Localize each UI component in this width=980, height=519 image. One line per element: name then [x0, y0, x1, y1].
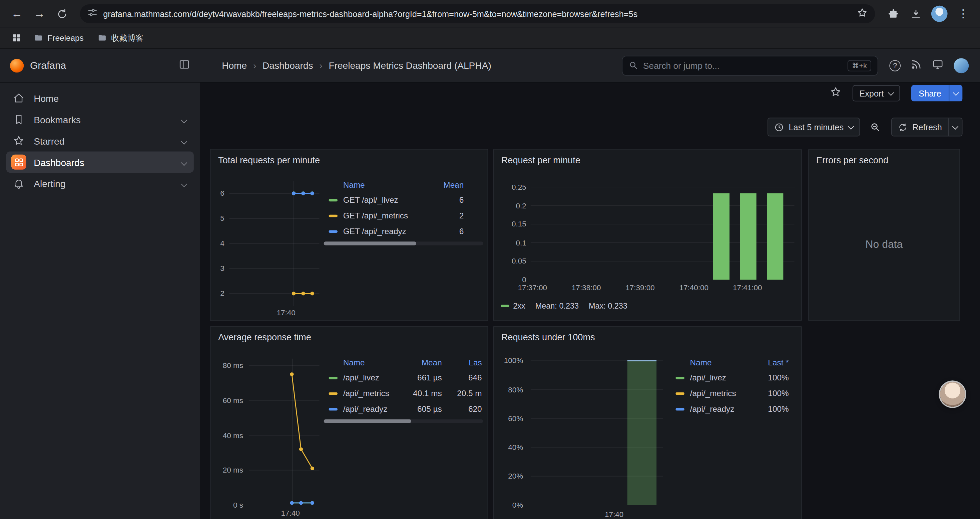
downloads-icon[interactable]	[905, 3, 926, 24]
series-name[interactable]: GET /api/_livez	[343, 195, 426, 205]
zoom-out-time-icon[interactable]	[866, 118, 885, 136]
series-name[interactable]: /api/_livez	[690, 373, 745, 382]
series-swatch[interactable]	[329, 392, 337, 394]
series-swatch[interactable]	[676, 392, 684, 394]
sidebar-item-dashboards[interactable]: Dashboards	[6, 151, 194, 172]
panel-title[interactable]: Request per minute	[501, 155, 581, 165]
y-tick-label: 6	[220, 189, 224, 198]
sidebar-item-alerting[interactable]: Alerting	[6, 172, 194, 194]
legend-scrollbar[interactable]	[324, 241, 483, 245]
series-swatch[interactable]	[329, 199, 337, 201]
series-name[interactable]: /api/_readyz	[343, 404, 405, 414]
site-settings-icon[interactable]	[88, 7, 97, 20]
legend-header[interactable]: Mean	[404, 358, 442, 367]
y-axis: 0.250.20.150.10.050	[499, 181, 527, 280]
series-name[interactable]: /api/_livez	[343, 373, 405, 382]
legend-value: 20.5 m	[442, 389, 482, 398]
reload-icon[interactable]	[51, 3, 73, 24]
legend-header-name[interactable]: Name	[324, 358, 405, 367]
series-swatch[interactable]	[501, 305, 509, 307]
legend-header[interactable]: Last *	[745, 358, 789, 367]
legend-value: 40.1 ms	[404, 389, 442, 398]
bookmark-star-icon[interactable]	[857, 7, 868, 21]
time-range-picker[interactable]: Last 5 minutes	[767, 118, 860, 136]
y-tick-label: 0%	[512, 501, 523, 509]
dashboard-content: Export Share Last 5 minutes Refresh	[200, 83, 980, 519]
chevron-down-icon[interactable]	[182, 136, 189, 146]
chart-requests-under-100ms[interactable]	[531, 359, 663, 505]
dashboards-grid-icon	[11, 155, 26, 170]
chevron-down-icon[interactable]	[182, 114, 189, 125]
series-swatch[interactable]	[329, 214, 337, 217]
search-input[interactable]: Search or jump to... ⌘+k	[622, 56, 878, 75]
series-name[interactable]: /api/_metrics	[690, 389, 745, 398]
browser-menu-icon[interactable]: ⋮	[953, 3, 974, 24]
chevron-down-icon[interactable]	[182, 156, 189, 167]
refresh-button[interactable]: Refresh	[891, 118, 963, 136]
browser-profile-avatar[interactable]	[931, 6, 948, 22]
bookmark-label: Freeleaps	[48, 33, 83, 42]
favorite-star-icon[interactable]	[830, 86, 841, 100]
refresh-interval-dropdown[interactable]	[948, 118, 962, 136]
chart-total-requests[interactable]	[229, 181, 320, 306]
series-name[interactable]: /api/_readyz	[690, 404, 745, 414]
series-name[interactable]: 2xx	[513, 302, 525, 310]
share-dropdown-icon[interactable]	[949, 85, 963, 102]
series-swatch[interactable]	[676, 408, 684, 410]
legend-header-name[interactable]: Name	[671, 358, 745, 367]
extensions-icon[interactable]	[883, 3, 904, 24]
sidebar-item-starred[interactable]: Starred	[6, 130, 194, 152]
bell-icon	[11, 176, 26, 191]
series-swatch[interactable]	[676, 376, 684, 379]
chart-average-response-time[interactable]	[249, 359, 320, 505]
breadcrumb-separator-icon	[253, 60, 256, 71]
series-name[interactable]: GET /api/_readyz	[343, 227, 426, 236]
dock-sidebar-icon[interactable]	[179, 58, 190, 72]
breadcrumb-dashboards[interactable]: Dashboards	[262, 60, 313, 71]
sidebar-item-label: Home	[34, 93, 59, 104]
chart-request-per-minute[interactable]	[531, 181, 795, 280]
back-icon[interactable]: ←	[6, 3, 28, 24]
chevron-down-icon[interactable]	[182, 178, 189, 189]
help-icon[interactable]: ?	[889, 60, 900, 71]
x-tick-label: 17:41:00	[733, 284, 762, 292]
y-tick-label: 0 s	[233, 501, 243, 509]
legend-header[interactable]: Las	[442, 358, 482, 367]
monitor-icon[interactable]	[932, 58, 944, 72]
series-swatch[interactable]	[329, 230, 337, 232]
time-controls: Last 5 minutes Refresh	[767, 118, 963, 136]
panel-title[interactable]: Requests under 100ms	[501, 332, 595, 342]
sidebar-item-label: Dashboards	[34, 156, 84, 167]
apps-grid-icon[interactable]	[7, 29, 25, 46]
y-tick-label: 0.2	[516, 201, 526, 210]
panel-title[interactable]: Total requests per minute	[218, 155, 320, 165]
bookmark-freeleaps[interactable]: Freeleaps	[29, 31, 89, 45]
sidebar-item-bookmarks[interactable]: Bookmarks	[6, 109, 194, 130]
y-axis: 80 ms60 ms40 ms20 ms0 s	[215, 359, 245, 505]
series-swatch[interactable]	[329, 408, 337, 410]
bookmark-icon	[11, 112, 26, 127]
forward-icon[interactable]: →	[29, 3, 50, 24]
panel-title[interactable]: Average response time	[218, 332, 311, 342]
legend-scrollbar[interactable]	[324, 419, 483, 423]
user-avatar[interactable]	[954, 58, 969, 73]
series-name[interactable]: GET /api/_metrics	[343, 211, 426, 220]
export-button[interactable]: Export	[853, 85, 900, 102]
sidebar-item-home[interactable]: Home	[6, 88, 194, 109]
legend-header-name[interactable]: Name	[324, 180, 426, 189]
legend-value: 620	[442, 404, 482, 414]
grafana-logo[interactable]	[10, 58, 24, 72]
bookmark-blog-folder[interactable]: 收藏博客	[92, 30, 149, 46]
assistant-avatar[interactable]	[940, 382, 965, 407]
folder-icon	[97, 33, 107, 42]
share-button-label[interactable]: Share	[911, 85, 949, 102]
legend-header[interactable]: Mean	[426, 180, 464, 189]
share-button[interactable]: Share	[911, 85, 963, 102]
series-swatch[interactable]	[329, 376, 337, 379]
y-tick-label: 0.25	[512, 183, 527, 192]
breadcrumb-home[interactable]: Home	[222, 60, 247, 71]
panel-title[interactable]: Errors per second	[816, 155, 888, 165]
series-name[interactable]: /api/_metrics	[343, 389, 405, 398]
news-rss-icon[interactable]	[911, 58, 922, 72]
address-bar[interactable]: grafana.mathmast.com/d/deytv4rwavabkb/fr…	[80, 4, 875, 23]
